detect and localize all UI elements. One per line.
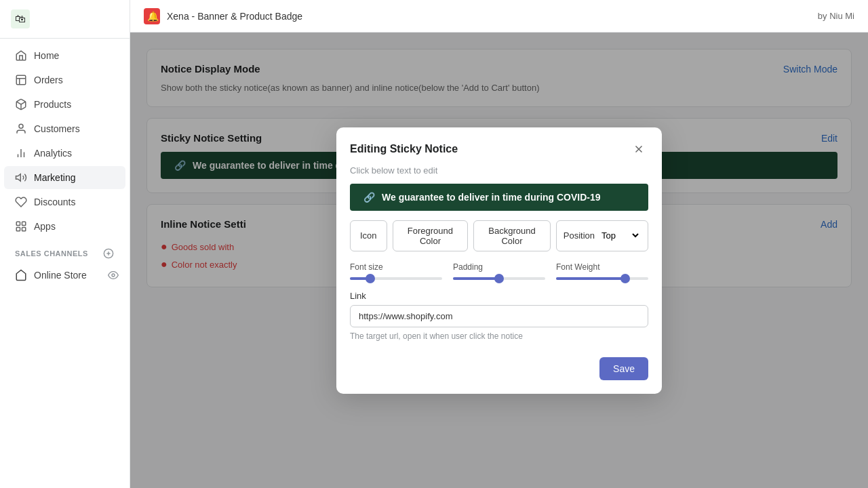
svg-rect-10: [22, 228, 26, 231]
sidebar: 🛍 Home Orders Products Customers: [0, 0, 130, 488]
sidebar-item-products-label: Products: [34, 99, 71, 110]
preview-banner-text: We guarantee to deliver in time during C…: [382, 192, 601, 203]
padding-track[interactable]: [453, 277, 545, 280]
svg-rect-8: [22, 222, 26, 225]
link-hint: The target url, open it when user click …: [350, 331, 648, 341]
position-dropdown[interactable]: Top Bottom: [599, 230, 641, 241]
font-size-thumb: [366, 274, 375, 283]
modal-close-button[interactable]: [629, 140, 648, 159]
svg-point-2: [19, 124, 23, 128]
main-content: 🔔 Xena - Banner & Product Badge by Niu M…: [130, 0, 868, 488]
svg-text:🔔: 🔔: [147, 11, 159, 22]
padding-slider-group: Padding: [453, 262, 545, 280]
orders-icon: [15, 74, 27, 86]
topbar-author: by Niu Mi: [818, 11, 854, 21]
sidebar-item-discounts-label: Discounts: [34, 197, 75, 207]
marketing-icon: [15, 171, 27, 184]
sidebar-item-marketing[interactable]: Marketing: [4, 166, 125, 189]
sidebar-item-marketing-label: Marketing: [34, 172, 75, 183]
online-store-icon: [15, 269, 27, 281]
modal-title: Editing Sticky Notice: [350, 143, 458, 155]
sidebar-item-analytics-label: Analytics: [34, 148, 72, 159]
editing-sticky-modal: Editing Sticky Notice Click below text t…: [336, 127, 662, 394]
customers-icon: [15, 123, 27, 135]
app-logo-icon: 🔔: [144, 8, 160, 24]
foreground-color-button[interactable]: Foreground Color: [393, 220, 469, 251]
padding-thumb: [494, 274, 504, 283]
svg-point-14: [112, 274, 115, 277]
font-size-slider-group: Font size: [350, 262, 442, 280]
add-sales-channel-icon[interactable]: [102, 247, 115, 260]
sidebar-item-home-label: Home: [34, 50, 59, 61]
sidebar-logo: 🛍: [0, 0, 130, 39]
sidebar-item-products[interactable]: Products: [4, 93, 125, 116]
link-input[interactable]: [350, 305, 648, 327]
home-icon: [15, 49, 27, 62]
sidebar-item-apps-label: Apps: [34, 221, 56, 232]
font-size-label: Font size: [350, 262, 442, 272]
shopify-logo-icon: 🛍: [11, 9, 30, 28]
svg-marker-6: [16, 174, 21, 182]
font-weight-fill: [556, 277, 625, 280]
modal-hint: Click below text to edit: [350, 165, 648, 176]
sales-channels-section: SALES CHANNELS: [0, 239, 130, 264]
sidebar-item-orders[interactable]: Orders: [4, 68, 125, 92]
preview-banner-icon: 🔗: [363, 192, 375, 203]
sidebar-item-customers[interactable]: Customers: [4, 117, 125, 140]
discounts-icon: [15, 196, 27, 208]
sidebar-item-online-store[interactable]: Online Store: [0, 264, 130, 287]
font-size-track[interactable]: [350, 277, 442, 280]
svg-rect-7: [16, 222, 20, 225]
analytics-icon: [15, 147, 27, 159]
padding-fill: [453, 277, 499, 280]
font-weight-slider-group: Font Weight: [556, 262, 648, 280]
font-weight-track[interactable]: [556, 277, 648, 280]
sidebar-item-online-store-label: Online Store: [34, 270, 87, 281]
sidebar-item-discounts[interactable]: Discounts: [4, 190, 125, 214]
modal-overlay: Editing Sticky Notice Click below text t…: [130, 33, 868, 488]
sidebar-item-home[interactable]: Home: [4, 44, 125, 67]
app-title: Xena - Banner & Product Badge: [167, 11, 302, 22]
save-button[interactable]: Save: [599, 357, 648, 380]
modal-preview-banner[interactable]: 🔗 We guarantee to deliver in time during…: [350, 184, 648, 211]
content-area: Notice Display Mode Switch Mode Show bot…: [130, 33, 868, 488]
modal-footer: Save: [350, 352, 648, 380]
svg-rect-0: [16, 75, 26, 85]
sidebar-item-apps[interactable]: Apps: [4, 215, 125, 238]
svg-rect-9: [16, 228, 20, 231]
close-icon: [633, 143, 645, 155]
link-section: Link The target url, open it when user c…: [350, 291, 648, 341]
background-color-button[interactable]: Background Color: [473, 220, 550, 251]
padding-label: Padding: [453, 262, 545, 272]
link-label: Link: [350, 291, 648, 301]
sidebar-item-analytics[interactable]: Analytics: [4, 142, 125, 165]
position-select[interactable]: Position Top Bottom: [556, 220, 648, 251]
online-store-eye-icon: [108, 270, 119, 281]
font-weight-thumb: [620, 274, 630, 283]
topbar: 🔔 Xena - Banner & Product Badge by Niu M…: [130, 0, 868, 33]
sidebar-item-orders-label: Orders: [34, 75, 63, 85]
position-label: Position: [564, 230, 595, 241]
sidebar-nav: Home Orders Products Customers Analytics: [0, 39, 130, 292]
sidebar-item-customers-label: Customers: [34, 123, 80, 134]
icon-button[interactable]: Icon: [350, 220, 387, 251]
font-weight-label: Font Weight: [556, 262, 648, 272]
apps-icon: [15, 220, 27, 232]
products-icon: [15, 98, 27, 110]
sales-channels-label: SALES CHANNELS: [15, 249, 88, 258]
